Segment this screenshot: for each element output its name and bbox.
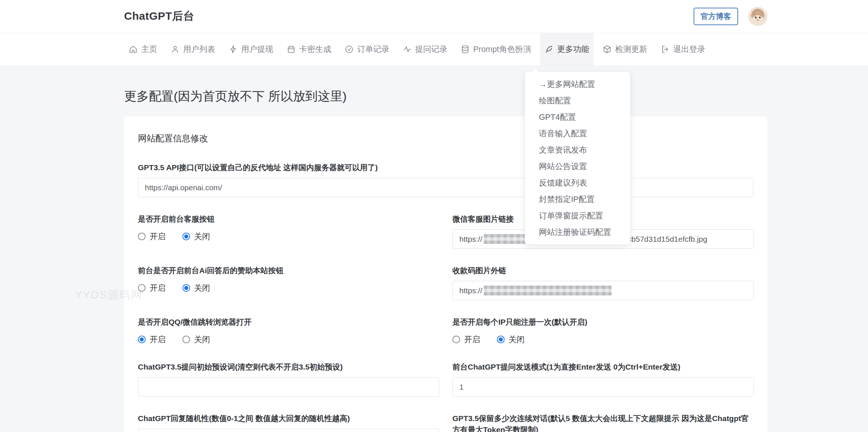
field-label: 是否开启QQ/微信跳转浏览器打开 bbox=[138, 316, 439, 328]
radio-checked-icon bbox=[138, 336, 146, 343]
radio-unchecked-icon bbox=[138, 284, 146, 292]
package-icon bbox=[602, 45, 612, 54]
field-label: 是否开启每个IP只能注册一次(默认开启) bbox=[452, 316, 754, 328]
sponsor-radio-on[interactable]: 开启 bbox=[138, 283, 166, 294]
field-send-mode: 前台ChatGPT提问发送模式(1为直接Enter发送 0为Ctrl+Enter… bbox=[452, 361, 754, 397]
field-label: 是否开启前台客服按钮 bbox=[138, 213, 439, 225]
nav-item-more-features[interactable]: 更多功能 bbox=[540, 33, 594, 66]
user-icon bbox=[170, 45, 180, 54]
nav-item-card-keys[interactable]: 卡密生成 bbox=[282, 33, 336, 66]
menu-item-gpt4-config[interactable]: GPT4配置 bbox=[525, 109, 630, 125]
nav-item-label: 检测更新 bbox=[615, 44, 647, 55]
menu-item-voice-input-config[interactable]: 语音输入配置 bbox=[525, 125, 630, 142]
nav-item-question-log[interactable]: 提问记录 bbox=[398, 33, 452, 66]
ip-limit-radio-group: 开启 关闭 bbox=[452, 334, 754, 345]
radio-unchecked-icon bbox=[138, 233, 146, 240]
field-ip-register-limit: 是否开启每个IP只能注册一次(默认开启) 开启 关闭 bbox=[452, 316, 754, 345]
main-nav: 主页 用户列表 用户提现 卡密生成 订单记录 提问记录 Prompt角色扮演 bbox=[0, 33, 868, 66]
avatar-image bbox=[748, 7, 767, 26]
api-endpoint-input[interactable] bbox=[138, 178, 753, 197]
calendar-icon bbox=[286, 45, 296, 54]
header-actions: 官方博客 bbox=[694, 7, 767, 26]
avatar[interactable] bbox=[748, 7, 767, 26]
nav-item-label: 用户列表 bbox=[183, 44, 215, 55]
app-title: ChatGPT后台 bbox=[124, 9, 194, 24]
menu-item-more-site-config[interactable]: →更多网站配置 bbox=[525, 76, 630, 92]
field-preset-words: ChatGPT3.5提问初始预设词(清空则代表不开启3.5初始预设) bbox=[138, 361, 439, 397]
redacted-blur bbox=[484, 286, 612, 295]
nav-item-label: 用户提现 bbox=[241, 44, 273, 55]
randomness-input[interactable] bbox=[138, 429, 439, 432]
radio-checked-icon bbox=[182, 284, 190, 292]
radio-unchecked-icon bbox=[452, 336, 460, 343]
ip-limit-radio-on[interactable]: 开启 bbox=[452, 334, 480, 345]
menu-item-feedback-list[interactable]: 反馈建议列表 bbox=[525, 175, 630, 191]
field-label: ChatGPT回复随机性(数值0-1之间 数值越大回复的随机性越高) bbox=[138, 413, 439, 424]
more-features-dropdown: →更多网站配置 绘图配置 GPT4配置 语音输入配置 文章资讯发布 网站公告设置… bbox=[525, 72, 630, 245]
field-payment-image: 收款码图片外链 https:// bbox=[452, 265, 754, 300]
app-header: ChatGPT后台 官方博客 bbox=[0, 0, 868, 33]
kefu-radio-off[interactable]: 关闭 bbox=[182, 231, 210, 242]
ip-limit-radio-off[interactable]: 关闭 bbox=[497, 334, 525, 345]
kefu-radio-group: 开启 关闭 bbox=[138, 231, 439, 242]
logout-icon bbox=[660, 45, 670, 54]
field-kefu-button: 是否开启前台客服按钮 开启 关闭 bbox=[138, 213, 439, 242]
nav-item-label: 提问记录 bbox=[415, 44, 447, 55]
sponsor-radio-group: 开启 关闭 bbox=[138, 282, 439, 294]
home-icon bbox=[128, 45, 138, 54]
field-label: 前台ChatGPT提问发送模式(1为直接Enter发送 0为Ctrl+Enter… bbox=[452, 361, 754, 372]
menu-item-article-publish[interactable]: 文章资讯发布 bbox=[525, 142, 630, 158]
nav-item-label: 订单记录 bbox=[357, 44, 389, 55]
menu-item-site-announcement[interactable]: 网站公告设置 bbox=[525, 158, 630, 175]
nav-item-withdraw[interactable]: 用户提现 bbox=[224, 33, 278, 66]
radio-checked-icon bbox=[182, 233, 190, 240]
field-sponsor-button: 前台是否开启前台Ai回答后的赞助本站按钮 开启 关闭 bbox=[138, 265, 439, 294]
menu-item-ban-ip-config[interactable]: 封禁指定IP配置 bbox=[525, 191, 630, 207]
nav-item-prompt-roleplay[interactable]: Prompt角色扮演 bbox=[456, 33, 536, 66]
nav-item-check-update[interactable]: 检测更新 bbox=[598, 33, 652, 66]
card-title: 网站配置信息修改 bbox=[138, 133, 753, 144]
radio-checked-icon bbox=[497, 336, 505, 343]
field-randomness: ChatGPT回复随机性(数值0-1之间 数值越大回复的随机性越高) bbox=[138, 413, 439, 432]
config-card: 网站配置信息修改 GPT3.5 API接口(可以设置自己的反代地址 这样国内服务… bbox=[124, 116, 767, 432]
field-qq-wechat-jump: 是否开启QQ/微信跳转浏览器打开 开启 关闭 bbox=[138, 316, 439, 345]
menu-item-order-popup-config[interactable]: 订单弹窗提示配置 bbox=[525, 207, 630, 224]
send-mode-input[interactable] bbox=[452, 377, 754, 397]
nav-item-logout[interactable]: 退出登录 bbox=[656, 33, 710, 66]
main-content: 更多配置(因为首页放不下 所以放到这里) 网站配置信息修改 GPT3.5 API… bbox=[124, 66, 767, 432]
qq-jump-radio-group: 开启 关闭 bbox=[138, 334, 439, 345]
nav-item-home[interactable]: 主页 bbox=[124, 33, 162, 66]
qq-jump-radio-on[interactable]: 开启 bbox=[138, 334, 166, 345]
page-title: 更多配置(因为首页放不下 所以放到这里) bbox=[124, 88, 767, 105]
nav-item-label: 卡密生成 bbox=[299, 44, 331, 55]
activity-icon bbox=[402, 45, 412, 54]
zap-icon bbox=[228, 45, 238, 54]
database-icon bbox=[460, 45, 470, 54]
nav-item-label: 退出登录 bbox=[673, 44, 705, 55]
nav-item-label: 更多功能 bbox=[557, 44, 589, 55]
nav-item-label: Prompt角色扮演 bbox=[473, 44, 531, 55]
qq-jump-radio-off[interactable]: 关闭 bbox=[182, 334, 210, 345]
official-blog-button[interactable]: 官方博客 bbox=[694, 8, 738, 25]
payment-image-input[interactable]: https:// bbox=[452, 281, 754, 300]
field-api-endpoint: GPT3.5 API接口(可以设置自己的反代地址 这样国内服务器就可以用了) bbox=[138, 162, 753, 197]
field-label: GPT3.5 API接口(可以设置自己的反代地址 这样国内服务器就可以用了) bbox=[138, 162, 753, 173]
field-label: GPT3.5保留多少次连续对话(默认5 数值太大会出现上下文超限提示 因为这是C… bbox=[452, 413, 754, 432]
nav-item-orders[interactable]: 订单记录 bbox=[340, 33, 394, 66]
kefu-radio-on[interactable]: 开启 bbox=[138, 231, 166, 242]
field-label: 前台是否开启前台Ai回答后的赞助本站按钮 bbox=[138, 265, 439, 276]
pen-icon bbox=[544, 45, 554, 54]
field-context-rounds: GPT3.5保留多少次连续对话(默认5 数值太大会出现上下文超限提示 因为这是C… bbox=[452, 413, 754, 432]
check-circle-icon bbox=[344, 45, 354, 54]
nav-item-label: 主页 bbox=[141, 44, 157, 55]
radio-unchecked-icon bbox=[182, 336, 190, 343]
nav-item-user-list[interactable]: 用户列表 bbox=[166, 33, 220, 66]
menu-item-register-captcha-config[interactable]: 网站注册验证码配置 bbox=[525, 224, 630, 240]
field-label: ChatGPT3.5提问初始预设词(清空则代表不开启3.5初始预设) bbox=[138, 361, 439, 372]
menu-item-drawing-config[interactable]: 绘图配置 bbox=[525, 92, 630, 109]
sponsor-radio-off[interactable]: 关闭 bbox=[182, 283, 210, 294]
field-label: 收款码图片外链 bbox=[452, 265, 754, 276]
preset-words-input[interactable] bbox=[138, 377, 439, 397]
